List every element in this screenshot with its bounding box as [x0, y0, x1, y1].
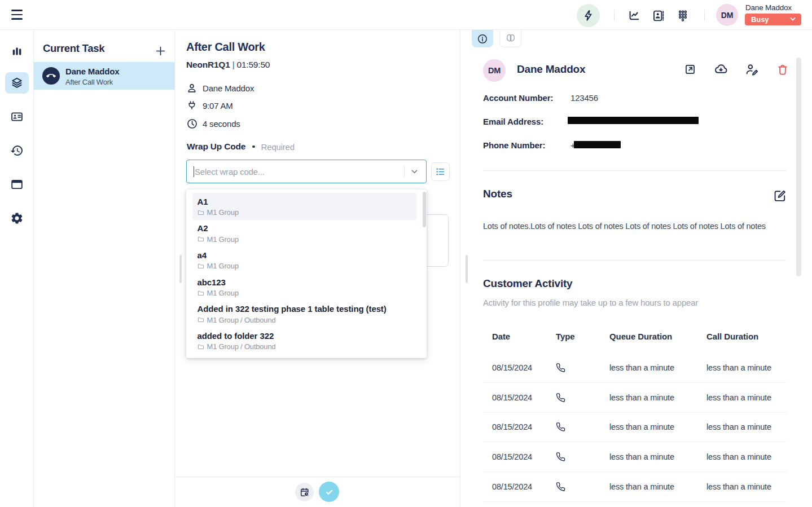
quick-actions-button[interactable]: [577, 4, 600, 27]
option-group-name: M1 Group: [207, 208, 239, 217]
redacted-phone-value: [574, 141, 621, 148]
rail-history-button[interactable]: [5, 140, 29, 161]
cell-queue-duration: less than a minute: [609, 482, 674, 491]
account-number-value: 123456: [570, 93, 598, 103]
rail-contact-card-button[interactable]: [5, 106, 29, 127]
task-status: After Call Work: [65, 78, 113, 86]
activity-table-header: Date Type Queue Duration Call Duration: [483, 332, 787, 344]
option-group-name: M1 Group / Outbound: [207, 342, 276, 351]
panel-resize-handle-left[interactable]: [179, 255, 182, 283]
option-group-name: M1 Group: [207, 289, 239, 297]
wrap-code-option[interactable]: added to folder 322M1 Group / Outbound: [192, 327, 416, 354]
email-row: Email Address:: [483, 116, 543, 126]
wrap-code-select[interactable]: Select wrap code...: [186, 160, 427, 183]
current-task-panel: Current Task: [34, 30, 175, 507]
profile-scrollbar[interactable]: [796, 58, 801, 276]
chevron-down-icon[interactable]: [410, 167, 419, 176]
cell-date: 08/15/2024: [492, 482, 532, 491]
schedule-button[interactable]: [295, 483, 314, 501]
col-date: Date: [492, 332, 510, 341]
rail-browser-button[interactable]: [5, 174, 29, 195]
wrap-code-option[interactable]: a4M1 Group: [192, 246, 416, 274]
panel-resize-handle-right[interactable]: [466, 255, 468, 283]
col-queue-duration: Queue Duration: [609, 332, 672, 341]
activity-row: 08/15/2024less than a minuteless than a …: [483, 413, 787, 443]
cloud-download-icon: [713, 63, 728, 76]
phone-row: Phone Number: +: [483, 140, 545, 150]
cell-date: 08/15/2024: [492, 363, 532, 372]
brain-icon: [505, 33, 516, 44]
option-label: A2: [197, 223, 417, 233]
edit-contact-button[interactable]: [745, 63, 760, 76]
cell-call-duration: less than a minute: [706, 452, 771, 461]
folder-icon: [197, 236, 204, 243]
contact-book-icon: [651, 9, 666, 23]
dialpad-icon: [676, 9, 690, 23]
analytics-button[interactable]: [627, 8, 642, 23]
open-profile-button[interactable]: [684, 63, 696, 76]
duration-row: 4 seconds: [186, 117, 333, 130]
wrap-code-option[interactable]: A2M1 Group: [192, 220, 416, 247]
activity-row: 08/15/2024less than a minuteless than a …: [483, 353, 787, 383]
profile-name: Dane Maddox: [517, 63, 585, 76]
clock-icon: [186, 118, 198, 130]
dropdown-scrollbar[interactable]: [423, 192, 426, 227]
tab-insights[interactable]: [499, 30, 521, 47]
phone-icon: [556, 393, 565, 402]
activity-subtitle: Activity for this profile may take up to…: [483, 298, 698, 307]
option-group: M1 Group: [197, 208, 417, 217]
menu-button[interactable]: [11, 10, 23, 20]
section-divider: [483, 260, 787, 261]
cell-type: [556, 393, 565, 402]
tab-profile-info[interactable]: [472, 30, 493, 47]
user-name: Dane Maddox: [745, 3, 792, 12]
wrap-code-dropdown: A1M1 GroupA2M1 Groupa4M1 Groupabc123M1 G…: [186, 189, 427, 358]
dialpad-button[interactable]: [675, 8, 690, 23]
app-window: DM Dane Maddox Busy Current Task: [0, 0, 812, 507]
activity-row: 08/15/2024less than a minuteless than a …: [483, 442, 787, 472]
rail-tasks-button[interactable]: [5, 72, 29, 94]
download-profile-button[interactable]: [713, 63, 728, 76]
folder-icon: [197, 343, 204, 350]
contacts-button[interactable]: [651, 8, 666, 23]
task-avatar: [42, 67, 60, 85]
activity-row: 08/15/2024less than a minuteless than a …: [483, 383, 787, 413]
task-list-item[interactable]: Dane Maddox After Call Work: [34, 62, 175, 90]
option-label: Added in 322 testing phase 1 table testi…: [197, 304, 417, 314]
wrap-code-option[interactable]: abc123M1 Group: [192, 274, 416, 301]
lightning-bolt-icon: [582, 9, 595, 22]
current-task-title: Current Task: [43, 42, 104, 55]
option-group: M1 Group: [197, 289, 417, 297]
footer-divider: [175, 477, 460, 477]
user-avatar[interactable]: DM: [716, 4, 738, 26]
status-dropdown[interactable]: Busy: [745, 14, 801, 25]
profile-actions: [684, 62, 789, 77]
work-title: After Call Work: [186, 41, 265, 54]
profile-initials: DM: [488, 66, 501, 75]
start-time: 9:07 AM: [203, 101, 233, 111]
email-label: Email Address:: [483, 117, 543, 126]
subtitle-separator: |: [232, 60, 235, 69]
cell-date: 08/15/2024: [492, 393, 532, 402]
delete-contact-button[interactable]: [776, 63, 789, 76]
plug-icon: [186, 100, 197, 112]
option-group-name: M1 Group: [207, 235, 239, 244]
task-timer: 01:59:50: [236, 60, 270, 69]
browse-codes-button[interactable]: [431, 162, 450, 181]
edit-notes-button[interactable]: [773, 188, 787, 203]
nav-rail: [0, 30, 34, 507]
notes-title: Notes: [483, 188, 512, 200]
rail-analytics-button[interactable]: [5, 41, 29, 62]
menu-icon: [11, 10, 23, 11]
add-task-button[interactable]: [153, 44, 167, 58]
folder-icon: [197, 209, 204, 216]
rail-settings-button[interactable]: [5, 208, 29, 229]
cell-date: 08/15/2024: [492, 422, 532, 431]
option-label: A1: [197, 197, 417, 206]
wrap-code-option[interactable]: A1M1 Group: [192, 193, 416, 220]
id-card-icon: [10, 110, 24, 124]
wrap-code-option[interactable]: Added in 322 testing phase 1 table testi…: [192, 301, 416, 328]
complete-task-button[interactable]: [319, 482, 339, 502]
section-divider: [483, 170, 787, 171]
cell-type: [556, 422, 565, 432]
